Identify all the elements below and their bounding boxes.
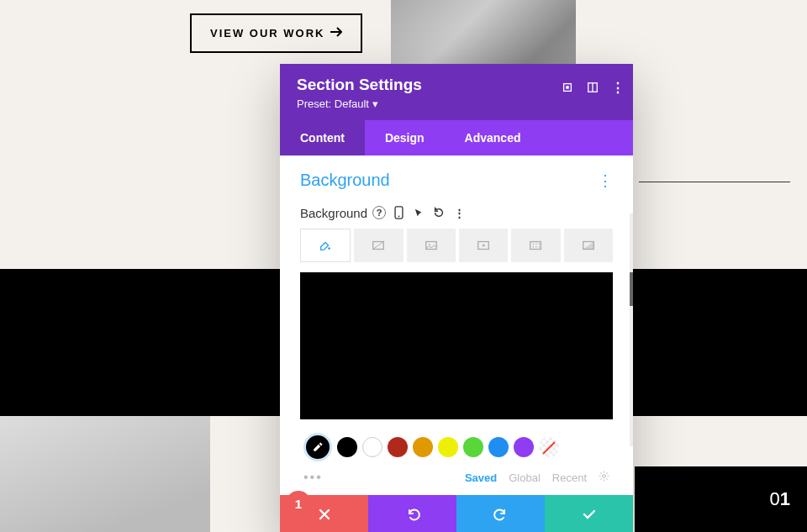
swatch-tab-saved[interactable]: Saved	[465, 471, 497, 484]
cta-label: VIEW OUR WORK	[210, 27, 325, 40]
svg-point-5	[398, 216, 399, 218]
modal-header: Section Settings Preset: Default ▾ ⋮	[280, 64, 633, 120]
view-our-work-button[interactable]: VIEW OUR WORK	[190, 13, 362, 53]
help-icon[interactable]: ?	[372, 206, 386, 219]
swatch-tab-recent[interactable]: Recent	[552, 471, 587, 484]
field-label: Background	[300, 206, 367, 220]
modal-action-bar	[280, 495, 633, 532]
svg-rect-1	[566, 86, 569, 89]
kebab-menu-icon[interactable]: ⋮	[611, 81, 625, 94]
tab-advanced[interactable]: Advanced	[445, 120, 541, 155]
swatch-white[interactable]	[362, 437, 382, 457]
swatch-orange[interactable]	[413, 437, 433, 457]
eyedropper-swatch[interactable]	[303, 433, 332, 461]
more-swatches-icon[interactable]: •••	[303, 470, 323, 485]
mobile-icon[interactable]	[391, 205, 406, 220]
background-type-tabs	[300, 229, 613, 262]
hover-cursor-icon[interactable]	[411, 205, 426, 220]
caret-down-icon: ▾	[372, 97, 378, 110]
bg-tab-pattern[interactable]	[511, 229, 560, 262]
panel-body: Background ⋮ Background ? ⋮	[280, 155, 633, 495]
svg-point-16	[536, 246, 537, 247]
redo-button[interactable]	[456, 495, 545, 532]
tab-design[interactable]: Design	[365, 120, 445, 155]
accordion-menu-icon[interactable]: ⋮	[598, 171, 613, 190]
svg-point-14	[539, 243, 540, 244]
section-settings-modal: Section Settings Preset: Default ▾ ⋮ Con…	[280, 64, 633, 532]
save-button[interactable]	[545, 495, 633, 532]
slide-counter: 01	[635, 466, 807, 532]
scrollbar-thumb[interactable]	[630, 272, 633, 306]
reset-icon[interactable]	[431, 205, 446, 220]
panel-layout-icon[interactable]	[586, 81, 599, 94]
svg-point-19	[603, 475, 606, 478]
preset-dropdown[interactable]: Preset: Default ▾	[297, 97, 616, 110]
tab-bar: Content Design Advanced	[280, 120, 633, 155]
swatch-purple[interactable]	[514, 437, 534, 457]
expand-icon[interactable]	[561, 81, 574, 94]
bg-tab-gradient[interactable]	[354, 229, 403, 262]
bg-tab-video[interactable]	[459, 229, 508, 262]
swatch-tab-global[interactable]: Global	[509, 471, 541, 484]
svg-point-13	[536, 243, 537, 244]
swatch-black[interactable]	[337, 437, 357, 457]
svg-point-17	[539, 246, 540, 247]
annotation-badge-1: 1	[286, 491, 311, 516]
tab-content[interactable]: Content	[280, 120, 365, 155]
bg-tab-color[interactable]	[300, 229, 351, 262]
panel-scrollbar[interactable]	[630, 213, 633, 446]
arrow-right-icon	[330, 27, 342, 40]
room-image	[0, 416, 210, 532]
svg-point-6	[328, 247, 330, 250]
undo-button[interactable]	[368, 495, 456, 532]
swatch-yellow[interactable]	[438, 437, 458, 457]
swatch-blue[interactable]	[488, 437, 509, 457]
svg-point-15	[533, 246, 534, 247]
svg-point-9	[429, 244, 430, 245]
swatch-darkred[interactable]	[388, 437, 408, 457]
field-menu-icon[interactable]: ⋮	[451, 205, 467, 220]
swatch-row	[300, 433, 613, 461]
bg-tab-image[interactable]	[407, 229, 456, 262]
svg-point-12	[533, 243, 534, 244]
divider-line	[639, 182, 790, 182]
accordion-title[interactable]: Background	[300, 171, 390, 190]
swatch-settings-gear-icon[interactable]	[599, 471, 609, 484]
color-preview[interactable]	[300, 272, 613, 419]
bg-tab-mask[interactable]	[564, 229, 613, 262]
swatch-green[interactable]	[463, 437, 483, 457]
svg-rect-11	[530, 242, 541, 250]
swatch-transparent[interactable]	[539, 437, 559, 457]
